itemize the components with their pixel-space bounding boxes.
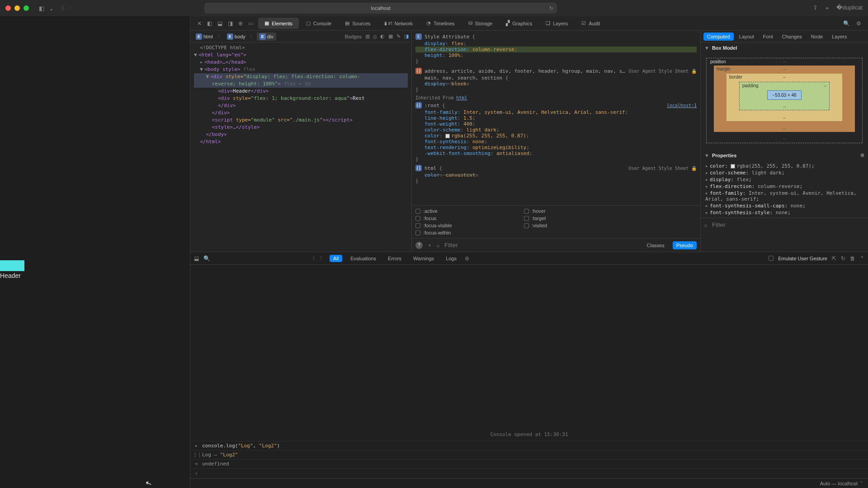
search-icon[interactable]: 🔍	[842, 19, 851, 28]
forward-button[interactable]: 〉	[69, 4, 75, 12]
next-icon[interactable]: 〉	[320, 254, 325, 262]
add-rule-icon[interactable]: ＋	[427, 242, 432, 249]
dom-line[interactable]: </div>	[194, 102, 408, 109]
style-attribute-header[interactable]: E Style Attribute {	[415, 33, 697, 41]
dock-right-icon[interactable]: ◨	[226, 19, 234, 28]
breadcrumb-body[interactable]: Ebody	[224, 33, 248, 41]
style-decl[interactable]: font-synthesis: none;	[415, 139, 697, 145]
zoom-window-button[interactable]	[24, 5, 29, 11]
tab-network[interactable]: �នាNetwork	[378, 18, 419, 29]
box-model-diagram[interactable]: position – margin – border – padding –	[701, 53, 868, 150]
style-decl[interactable]: display: flex;	[415, 41, 697, 47]
dom-tree[interactable]: <!DOCTYPE html> ▼<html lang="en"> ▸<head…	[190, 42, 411, 252]
ua-rule-header[interactable]: {} address, article, aside, div, footer,…	[415, 67, 697, 75]
style-decl[interactable]: color: canvastext;	[415, 172, 697, 178]
computed-prop[interactable]: ▸flex-direction: column-reverse;	[705, 183, 863, 190]
dom-line[interactable]: </html>	[194, 138, 408, 145]
console-settings-icon[interactable]: ⊜	[465, 255, 469, 262]
execution-context[interactable]: Auto — localhost	[820, 481, 858, 486]
console-entry[interactable]: ▸ console.log("Log", "Log2")	[190, 441, 868, 450]
computed-prop[interactable]: ▸color: rgba(255, 255, 255, 0.87);	[705, 163, 863, 169]
console-filter-logs[interactable]: Logs	[442, 255, 460, 262]
dom-line[interactable]: <style>…</style>	[194, 124, 408, 131]
computed-prop[interactable]: ▸font-family: Inter, system-ui, Avenir, …	[705, 190, 863, 202]
chevron-down-icon[interactable]: ⌄	[49, 5, 54, 12]
sidebar-toggle-icon[interactable]: ◧	[39, 5, 44, 12]
dom-line-selected[interactable]: reverse; height: 100%"> flex = $0	[194, 80, 408, 88]
console-filter-all[interactable]: All	[330, 255, 342, 262]
dom-line[interactable]: ▼<body style> flex	[194, 66, 408, 73]
dom-line[interactable]: ▸<head>…</head>	[194, 59, 408, 66]
tab-console[interactable]: ▢Console	[300, 18, 338, 29]
style-decl[interactable]: -webkit-font-smoothing: antialiased;	[415, 150, 697, 156]
tab-layers[interactable]: ❏Layers	[539, 18, 574, 29]
dom-line[interactable]: <div>Header</div>	[194, 88, 408, 95]
tab-elements[interactable]: ▦Elements	[258, 18, 299, 29]
tabs-icon[interactable]: �duplicat	[836, 4, 863, 12]
back-button[interactable]: 〈	[58, 4, 64, 12]
console-log-output[interactable]: ⎸⎸ Log – "Log2"	[190, 450, 868, 459]
properties-settings-icon[interactable]: ⊚	[860, 152, 864, 158]
source-link[interactable]: localhost:1	[667, 103, 697, 108]
inherited-html-link[interactable]: html	[456, 95, 467, 100]
minimize-window-button[interactable]	[14, 5, 20, 11]
new-tab-icon[interactable]: ＋	[824, 4, 830, 12]
styles-filter-input[interactable]	[444, 242, 521, 249]
computed-tab-node[interactable]: Node	[807, 33, 826, 41]
panel-toggle-icon[interactable]: ◨	[404, 33, 409, 39]
computed-prop[interactable]: ▸display: flex;	[705, 176, 863, 183]
computed-tab-font[interactable]: Font	[760, 33, 777, 41]
computed-tab-layers[interactable]: Layers	[828, 33, 850, 41]
settings-icon[interactable]: ⚙	[855, 19, 863, 28]
console-filter-warnings[interactable]: Warnings	[410, 255, 438, 262]
dom-line[interactable]: </div>	[194, 109, 408, 117]
address-bar[interactable]: localhost ↻	[204, 3, 557, 14]
computed-tab-computed[interactable]: Computed	[703, 33, 734, 41]
style-decl[interactable]: font-family: Inter, system-ui, Avenir, H…	[415, 109, 697, 115]
box-model-header[interactable]: ▼Box Model	[701, 42, 868, 53]
dock-left-icon[interactable]: ◧	[206, 19, 213, 28]
html-rule-header[interactable]: {} html { User Agent Style Sheet 🔒	[415, 164, 697, 172]
collapse-console-icon[interactable]: ⌃	[860, 255, 864, 262]
style-decl[interactable]: font-weight: 400;	[415, 121, 697, 127]
tab-audit[interactable]: ☑Audit	[575, 18, 606, 29]
grid-icon[interactable]: ▦	[388, 33, 393, 39]
tab-sources[interactable]: ▤Sources	[339, 18, 377, 29]
console-return[interactable]: < undefined	[190, 459, 868, 468]
computed-tab-changes[interactable]: Changes	[778, 33, 806, 41]
root-rule-header[interactable]: {} :root { localhost:1	[415, 101, 697, 109]
format-icon[interactable]: ▥	[365, 33, 370, 39]
computed-prop[interactable]: ▸color-scheme: light dark;	[705, 169, 863, 176]
dock-bottom-icon[interactable]: ⬓	[216, 19, 224, 28]
dom-line[interactable]: </body>	[194, 131, 408, 138]
styles-body[interactable]: E Style Attribute { display: flex; flex-…	[412, 31, 700, 205]
contrast-icon[interactable]: ◐	[380, 33, 385, 39]
style-decl[interactable]: color-scheme: light dark;	[415, 127, 697, 133]
tab-storage[interactable]: ⛁Storage	[462, 18, 499, 29]
emulate-gesture-checkbox[interactable]	[769, 256, 774, 261]
console-filter-errors[interactable]: Errors	[384, 255, 405, 262]
tab-timelines[interactable]: ◔Timelines	[420, 18, 461, 29]
device-icon[interactable]: ▭	[247, 19, 255, 28]
share-icon[interactable]: ⇪	[813, 4, 818, 12]
pseudo-visited[interactable]: :visited	[524, 223, 614, 228]
dom-line[interactable]: <div style="flex: 1; background-color: a…	[194, 95, 408, 102]
pseudo-focus-within[interactable]: :focus-within	[415, 230, 506, 235]
breadcrumb-html[interactable]: Ehtml	[193, 33, 216, 41]
console-toggle-icon[interactable]: ⬓	[194, 255, 199, 262]
console-search-icon[interactable]: 🔍	[203, 255, 210, 262]
console-filter-evaluations[interactable]: Evaluations	[347, 255, 380, 262]
style-decl[interactable]: color: rgba(255, 255, 255, 0.87);	[415, 133, 697, 139]
pseudo-active[interactable]: :active	[415, 208, 506, 214]
pseudo-focus[interactable]: :focus	[415, 216, 506, 221]
pseudo-button[interactable]: Pseudo	[673, 241, 697, 249]
edit-icon[interactable]: ✎	[396, 33, 401, 39]
pseudo-target[interactable]: :target	[524, 216, 614, 221]
help-icon[interactable]: ?	[415, 242, 423, 249]
computed-properties-list[interactable]: ▸color: rgba(255, 255, 255, 0.87); ▸colo…	[701, 161, 868, 218]
color-swatch[interactable]	[731, 164, 735, 169]
computed-prop[interactable]: ▸font-synthesis-small-caps: none;	[705, 202, 863, 209]
breadcrumb-div[interactable]: Ediv	[257, 33, 276, 41]
close-window-button[interactable]	[5, 5, 11, 11]
dom-line-selected[interactable]: ▼<div style="display: flex; flex-directi…	[194, 73, 408, 80]
